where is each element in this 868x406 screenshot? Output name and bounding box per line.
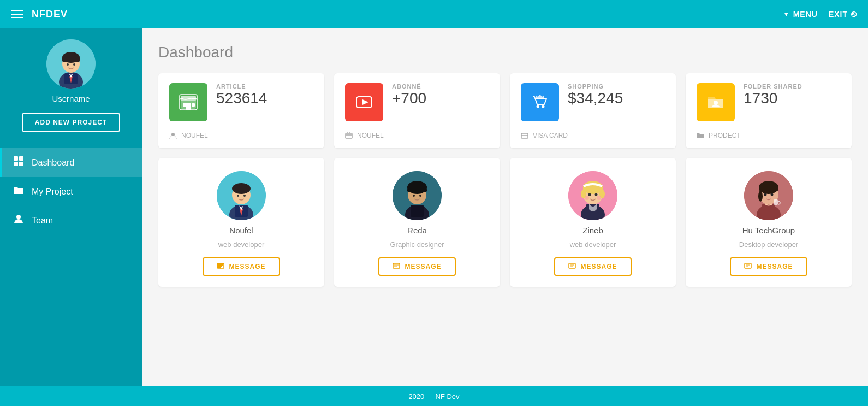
svg-rect-82 [745, 263, 751, 268]
svg-point-80 [771, 193, 774, 196]
zineb-name: Zineb [582, 226, 603, 235]
article-icon-box [169, 83, 207, 121]
stats-row: ARTICLE 523614 NOUFEL [158, 73, 852, 148]
hamburger-menu[interactable] [11, 10, 23, 18]
stat-top: SHOPPING $34,245 [521, 83, 665, 121]
footer-text: 2020 — NF Dev [408, 392, 459, 401]
svg-point-66 [595, 193, 598, 196]
username-label: Username [52, 94, 90, 103]
svg-point-78 [758, 191, 763, 202]
svg-rect-62 [583, 186, 603, 191]
folder-info: FOLDER SHARED 1730 [744, 83, 802, 107]
svg-rect-6 [62, 57, 80, 62]
zineb-avatar [568, 171, 617, 220]
person-icon [13, 214, 24, 227]
folder-icon [13, 185, 24, 198]
svg-point-53 [419, 195, 421, 197]
noufel-role: web developer [218, 240, 265, 249]
grid-icon [13, 156, 24, 169]
shopping-footer: VISA CARD [521, 127, 665, 139]
team-row: Noufel web developer MESSAGE [158, 158, 852, 287]
stat-top: ABONNÉ +700 [345, 83, 489, 121]
svg-point-30 [542, 105, 545, 108]
shopping-footer-text: VISA CARD [533, 132, 568, 139]
svg-rect-11 [19, 156, 23, 161]
shopping-value: $34,245 [568, 90, 623, 107]
svg-rect-13 [19, 162, 23, 166]
article-info: ARTICLE 523614 [216, 83, 267, 107]
svg-rect-48 [411, 205, 424, 217]
team-card-zineb: Zineb web developer MESSAGE [510, 158, 676, 287]
svg-rect-54 [393, 263, 400, 268]
svg-rect-21 [186, 103, 191, 110]
article-value: 523614 [216, 90, 267, 107]
top-navbar: NFDEV ▼ MENU EXIT ⎋ [0, 0, 868, 28]
svg-point-50 [407, 181, 427, 194]
myproject-label: My Project [32, 187, 73, 197]
add-project-button[interactable]: ADD NEW PROJECT [22, 113, 120, 132]
dashboard-label: Dashboard [32, 158, 74, 168]
team-label: Team [32, 216, 53, 226]
svg-point-14 [16, 215, 21, 219]
shopping-icon-box [521, 83, 559, 121]
shopping-label: SHOPPING [568, 83, 623, 90]
footer: 2020 — NF Dev [0, 386, 868, 406]
svg-marker-24 [362, 99, 368, 105]
folder-icon-box [697, 83, 735, 121]
noufel-avatar [217, 171, 266, 220]
svg-point-8 [73, 63, 75, 66]
abonne-info: ABONNÉ +700 [392, 83, 426, 107]
stat-card-article: ARTICLE 523614 NOUFEL [158, 73, 324, 148]
folder-footer-text: PRODECT [709, 132, 741, 139]
abonne-footer-text: NOUFEL [357, 132, 384, 139]
stat-top: FOLDER SHARED 1730 [697, 83, 841, 121]
noufel-message-button[interactable]: MESSAGE [203, 257, 280, 276]
exit-button[interactable]: EXIT ⎋ [829, 9, 857, 19]
zineb-role: web developer [570, 240, 616, 249]
article-footer: NOUFEL [169, 127, 313, 139]
sidebar: Username ADD NEW PROJECT Dashboard [0, 28, 142, 386]
svg-point-40 [237, 195, 239, 197]
stat-top: ARTICLE 523614 [169, 83, 313, 121]
svg-rect-16 [181, 96, 196, 101]
svg-rect-69 [569, 263, 575, 268]
reda-avatar [393, 171, 442, 220]
app-title: NFDEV [32, 9, 68, 20]
hu-message-button[interactable]: MESSAGE [730, 257, 807, 276]
svg-rect-19 [192, 103, 195, 107]
main-content: Dashboard [142, 28, 868, 386]
sidebar-item-dashboard[interactable]: Dashboard [0, 148, 142, 177]
main-layout: Username ADD NEW PROJECT Dashboard [0, 28, 868, 386]
svg-point-41 [243, 195, 246, 197]
hu-role: Desktop developer [739, 240, 798, 249]
svg-rect-74 [762, 204, 775, 217]
svg-point-29 [537, 105, 539, 108]
folder-value: 1730 [744, 90, 802, 107]
sidebar-item-team[interactable]: Team [0, 206, 142, 235]
folder-footer: PRODECT [697, 127, 841, 139]
nav-right: ▼ MENU EXIT ⎋ [783, 9, 857, 19]
reda-message-button[interactable]: MESSAGE [378, 257, 455, 276]
page-title: Dashboard [158, 44, 852, 61]
menu-button[interactable]: ▼ MENU [783, 10, 818, 19]
svg-point-7 [67, 63, 69, 66]
svg-point-68 [597, 196, 601, 200]
svg-point-52 [413, 195, 415, 197]
svg-rect-77 [759, 186, 778, 191]
zineb-message-button[interactable]: MESSAGE [554, 257, 631, 276]
svg-rect-81 [774, 199, 778, 205]
svg-rect-51 [407, 189, 427, 192]
sidebar-navigation: Dashboard My Project Te [0, 148, 142, 235]
abonne-icon-box [345, 83, 383, 121]
nav-left: NFDEV [11, 9, 68, 20]
abonne-label: ABONNÉ [392, 83, 426, 90]
team-card-noufel: Noufel web developer MESSAGE [158, 158, 324, 287]
sidebar-item-myproject[interactable]: My Project [0, 177, 142, 206]
team-card-reda: Reda Graphic designer MESSAGE [334, 158, 500, 287]
shopping-info: SHOPPING $34,245 [568, 83, 623, 107]
reda-name: Reda [407, 226, 427, 235]
article-footer-text: NOUFEL [181, 132, 208, 139]
svg-point-39 [232, 183, 251, 194]
noufel-name: Noufel [229, 226, 253, 235]
svg-point-33 [714, 101, 718, 105]
